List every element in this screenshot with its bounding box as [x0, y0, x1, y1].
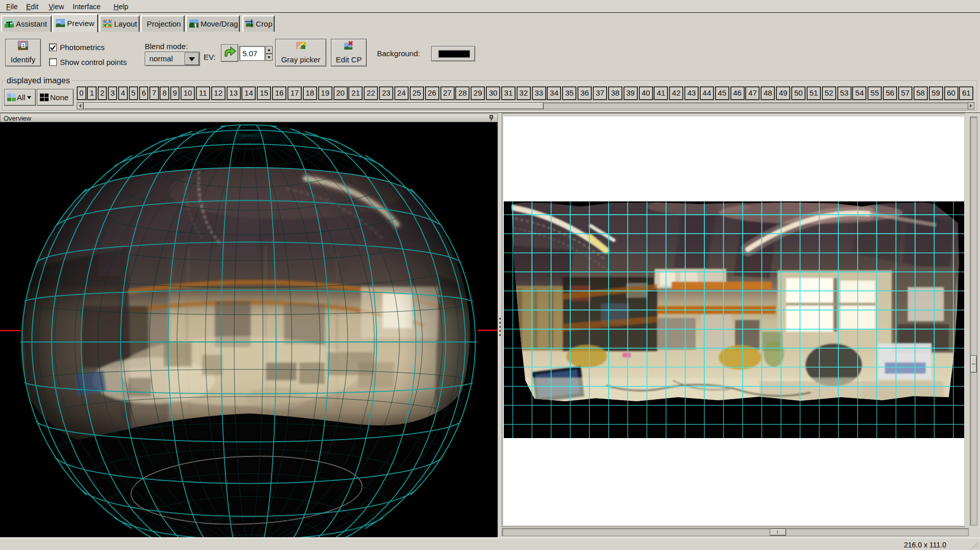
svg-text:1: 1 [22, 43, 25, 48]
svg-text:GL: GL [56, 19, 61, 24]
